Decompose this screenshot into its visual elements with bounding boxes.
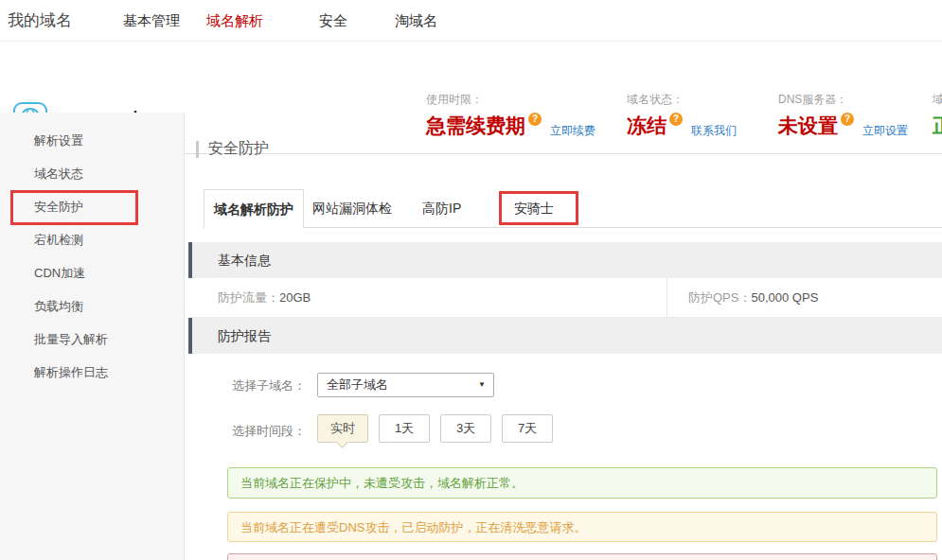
status-alert-success: 当前域名正在保护中，未遭受攻击，域名解析正常。 — [227, 467, 937, 499]
protection-report-header: 防护报告 — [188, 318, 942, 354]
sidebar-item-downtime-check[interactable]: 宕机检测 — [0, 223, 184, 256]
sidebar-item-operation-log[interactable]: 解析操作日志 — [0, 356, 184, 389]
subdomain-select-label: 选择子域名： — [232, 377, 306, 394]
section-accent-bar — [188, 318, 192, 354]
setup-now-link[interactable]: 立即设置 — [862, 123, 908, 139]
period-button-1day[interactable]: 1天 — [379, 414, 430, 443]
status-alert-danger — [227, 553, 937, 560]
stat-domain-status: 域名状态： 冻结 ? 联系我们 — [627, 92, 737, 139]
sidebar-item-domain-status[interactable]: 域名状态 — [0, 157, 184, 190]
domain-console-page: 我的域名 基本管理 域名解析 安全 淘域名 WWW example.cn 使用时… — [0, 0, 942, 560]
help-icon[interactable]: ? — [528, 113, 542, 126]
sidebar-item-security-protect[interactable]: 安全防护 — [0, 190, 184, 223]
sidebar: 解析设置 域名状态 安全防护 宕机检测 CDN加速 负载均衡 批量导入解析 解析… — [0, 113, 185, 560]
sidebar-item-cdn[interactable]: CDN加速 — [0, 256, 184, 289]
status-alert-warning: 当前域名正在遭受DNS攻击，已启动防护，正在清洗恶意请求。 — [227, 512, 937, 542]
stat-value: 急需续费期 — [426, 114, 525, 137]
title-accent-bar — [196, 141, 199, 158]
nav-item-basic-mgmt[interactable]: 基本管理 — [123, 0, 180, 42]
stat-label: DNS服务器： — [778, 92, 908, 108]
contact-us-link[interactable]: 联系我们 — [691, 123, 737, 139]
nav-item-security[interactable]: 安全 — [319, 0, 347, 42]
tab-server-guard[interactable]: 安骑士 — [514, 189, 554, 227]
subdomain-select[interactable]: 全部子域名 ▼ — [317, 373, 494, 397]
stat-label: 域名状态： — [627, 92, 737, 108]
section-accent-bar — [188, 242, 192, 278]
period-select-label: 选择时间段： — [232, 423, 306, 440]
stat-value: 未设置 — [778, 114, 838, 137]
stat-value: 正常 — [933, 114, 942, 137]
stat-label: 使用时限： — [426, 92, 595, 108]
dropdown-arrow-icon: ▼ — [478, 374, 486, 396]
protect-traffic-field: 防护流量：20GB — [218, 278, 311, 317]
sidebar-item-load-balance[interactable]: 负载均衡 — [0, 289, 184, 323]
stat-domain-safety: 域名安全： 正常 — [933, 92, 942, 137]
basic-info-header: 基本信息 — [188, 242, 942, 278]
divider — [667, 278, 667, 317]
tab-vuln-check[interactable]: 网站漏洞体检 — [312, 189, 392, 227]
help-icon[interactable]: ? — [841, 113, 854, 126]
sidebar-item-batch-import[interactable]: 批量导入解析 — [0, 323, 184, 356]
nav-item-dns-resolve[interactable]: 域名解析 — [206, 0, 263, 42]
protect-qps-field: 防护QPS：50,000 QPS — [688, 278, 818, 317]
sidebar-item-resolve-settings[interactable]: 解析设置 — [0, 124, 184, 157]
stat-label: 域名安全： — [933, 92, 942, 108]
stat-dns-server: DNS服务器： 未设置 ? 立即设置 — [778, 92, 908, 139]
tab-dns-protection[interactable]: 域名解析防护 — [204, 189, 304, 228]
stat-usage-period: 使用时限： 急需续费期 ? 立即续费 — [426, 92, 595, 139]
period-button-7day[interactable]: 7天 — [502, 414, 553, 443]
stat-value: 冻结 — [627, 114, 667, 137]
nav-item-my-domains[interactable]: 我的域名 — [8, 0, 72, 42]
help-icon[interactable]: ? — [669, 113, 683, 126]
top-navigation: 我的域名 基本管理 域名解析 安全 淘域名 — [0, 0, 942, 42]
domain-header: WWW example.cn 使用时限： 急需续费期 ? 立即续费 域名状态： … — [0, 42, 942, 113]
page-title: 安全防护 — [196, 139, 269, 159]
period-button-3day[interactable]: 3天 — [440, 414, 491, 443]
tabs-baseline — [204, 227, 942, 228]
basic-info-row: 防护流量：20GB 防护QPS：50,000 QPS — [188, 278, 942, 318]
nav-item-domain-market[interactable]: 淘域名 — [395, 0, 437, 42]
tab-anti-ddos-ip[interactable]: 高防IP — [422, 189, 461, 227]
renew-now-link[interactable]: 立即续费 — [550, 123, 595, 139]
